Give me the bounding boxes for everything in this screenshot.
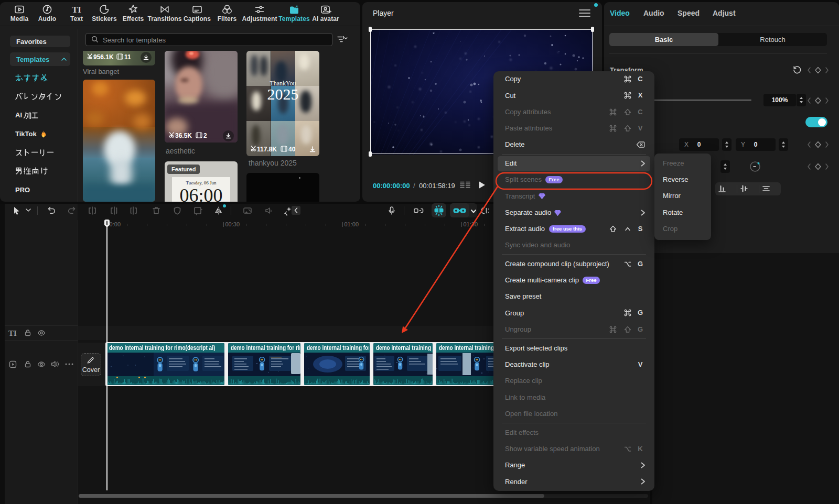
- svg-text:TI: TI: [72, 5, 81, 15]
- svg-text:956.1K: 956.1K: [93, 53, 114, 61]
- svg-text:2: 2: [203, 132, 207, 139]
- svg-text:40: 40: [288, 146, 296, 153]
- svg-text:117.8K: 117.8K: [257, 146, 277, 153]
- svg-text:11: 11: [124, 53, 131, 61]
- svg-text:36.5K: 36.5K: [175, 132, 192, 139]
